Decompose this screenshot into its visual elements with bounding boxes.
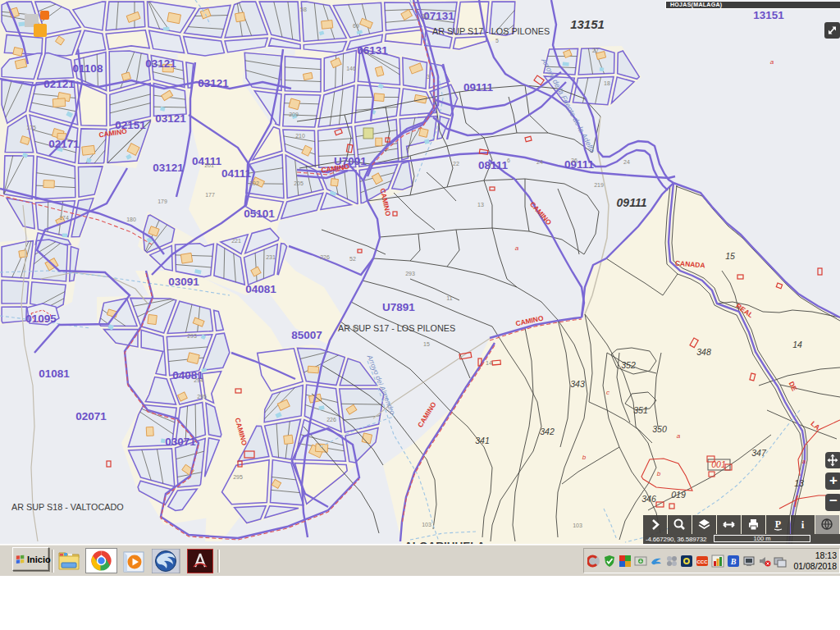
svg-text:3: 3 bbox=[427, 74, 430, 80]
svg-text:209: 209 bbox=[289, 112, 299, 117]
svg-text:15: 15 bbox=[725, 251, 735, 261]
svg-text:05101: 05101 bbox=[244, 208, 275, 220]
svg-text:13: 13 bbox=[794, 478, 804, 488]
svg-text:5: 5 bbox=[495, 38, 499, 43]
svg-text:84: 84 bbox=[353, 325, 359, 331]
svg-text:341: 341 bbox=[475, 436, 490, 445]
svg-text:03071: 03071 bbox=[165, 436, 196, 448]
svg-text:13151: 13151 bbox=[570, 17, 605, 31]
svg-text:15: 15 bbox=[423, 341, 430, 347]
svg-text:04081: 04081 bbox=[245, 283, 276, 295]
svg-text:6: 6 bbox=[507, 158, 510, 163]
svg-text:09111: 09111 bbox=[564, 158, 595, 171]
svg-text:c: c bbox=[606, 389, 609, 396]
svg-text:146: 146 bbox=[346, 66, 356, 71]
svg-text:219: 219 bbox=[594, 182, 604, 188]
svg-text:08111: 08111 bbox=[478, 159, 509, 171]
svg-text:13151: 13151 bbox=[753, 9, 784, 21]
svg-text:103: 103 bbox=[422, 522, 431, 527]
svg-text:351: 351 bbox=[633, 405, 648, 415]
svg-text:201: 201 bbox=[204, 162, 214, 168]
svg-text:26: 26 bbox=[571, 158, 578, 163]
svg-text:a: a bbox=[677, 432, 681, 440]
svg-text:18: 18 bbox=[604, 80, 610, 86]
svg-text:03121: 03121 bbox=[198, 77, 229, 89]
svg-text:a: a bbox=[802, 458, 806, 465]
svg-text:i: i bbox=[801, 518, 805, 531]
svg-text:14: 14 bbox=[486, 360, 492, 366]
svg-text:11: 11 bbox=[446, 295, 452, 301]
svg-text:b: b bbox=[657, 470, 661, 477]
svg-text:231: 231 bbox=[266, 254, 276, 260]
svg-text:350: 350 bbox=[652, 424, 667, 434]
svg-text:24: 24 bbox=[536, 159, 543, 165]
svg-text:69: 69 bbox=[353, 23, 359, 29]
svg-text:85007: 85007 bbox=[291, 329, 322, 341]
svg-text:01081: 01081 bbox=[39, 368, 70, 380]
svg-text:22: 22 bbox=[453, 161, 459, 167]
svg-text:09111: 09111 bbox=[463, 81, 494, 94]
svg-text:221: 221 bbox=[231, 238, 241, 244]
svg-text:293: 293 bbox=[187, 333, 197, 339]
svg-text:AR SUP S18 - VALTOCADO: AR SUP S18 - VALTOCADO bbox=[11, 502, 124, 512]
svg-text:295: 295 bbox=[233, 474, 243, 480]
svg-text:03121: 03121 bbox=[153, 162, 184, 174]
svg-text:13: 13 bbox=[477, 202, 484, 208]
svg-text:06131: 06131 bbox=[357, 44, 388, 57]
svg-text:019: 019 bbox=[671, 490, 686, 500]
svg-text:347: 347 bbox=[751, 448, 767, 458]
svg-text:58: 58 bbox=[300, 7, 307, 12]
svg-text:202: 202 bbox=[249, 180, 259, 186]
svg-text:a: a bbox=[770, 58, 774, 66]
svg-text:226: 226 bbox=[320, 254, 330, 260]
svg-text:02121: 02121 bbox=[43, 78, 75, 90]
svg-text:180: 180 bbox=[126, 217, 136, 222]
svg-text:174: 174 bbox=[59, 215, 69, 221]
svg-text:177: 177 bbox=[205, 192, 215, 198]
svg-text:a: a bbox=[515, 244, 519, 252]
svg-text:342: 342 bbox=[540, 427, 555, 436]
svg-text:24: 24 bbox=[623, 159, 630, 165]
svg-text:03121: 03121 bbox=[155, 112, 186, 125]
svg-text:b: b bbox=[582, 454, 587, 461]
svg-text:103: 103 bbox=[573, 523, 582, 528]
svg-text:52: 52 bbox=[349, 256, 356, 262]
svg-text:226: 226 bbox=[326, 417, 336, 422]
svg-text:AR SUP S17 - LOS PILONES: AR SUP S17 - LOS PILONES bbox=[432, 26, 550, 36]
svg-text:ALQARIHUELA: ALQARIHUELA bbox=[404, 540, 485, 544]
svg-text:001: 001 bbox=[711, 459, 726, 469]
svg-text:343: 343 bbox=[570, 379, 585, 389]
svg-text:P: P bbox=[775, 518, 781, 530]
svg-text:210: 210 bbox=[295, 133, 305, 139]
svg-text:07131: 07131 bbox=[423, 10, 454, 22]
svg-text:B: B bbox=[730, 557, 737, 566]
svg-text:U7891: U7891 bbox=[382, 301, 415, 313]
svg-text:295: 295 bbox=[197, 394, 207, 399]
svg-text:01108: 01108 bbox=[73, 62, 103, 75]
svg-text:02071: 02071 bbox=[75, 410, 107, 422]
svg-text:09111: 09111 bbox=[617, 196, 647, 209]
svg-text:CCC: CCC bbox=[697, 559, 709, 564]
svg-text:03121: 03121 bbox=[145, 57, 176, 70]
svg-text:14: 14 bbox=[792, 340, 802, 349]
svg-text:175: 175 bbox=[26, 125, 36, 130]
svg-text:348: 348 bbox=[696, 347, 711, 357]
svg-text:179: 179 bbox=[158, 199, 167, 204]
svg-text:346: 346 bbox=[641, 494, 656, 504]
svg-text:32: 32 bbox=[422, 13, 428, 19]
svg-text:293: 293 bbox=[405, 271, 415, 276]
svg-text:04111: 04111 bbox=[221, 167, 252, 180]
svg-text:27: 27 bbox=[592, 48, 599, 53]
svg-text:352: 352 bbox=[621, 360, 636, 370]
svg-text:02171: 02171 bbox=[48, 138, 80, 150]
svg-text:01095: 01095 bbox=[25, 313, 57, 325]
svg-text:294: 294 bbox=[194, 377, 203, 383]
svg-text:205: 205 bbox=[294, 180, 304, 186]
svg-text:03091: 03091 bbox=[168, 276, 199, 288]
